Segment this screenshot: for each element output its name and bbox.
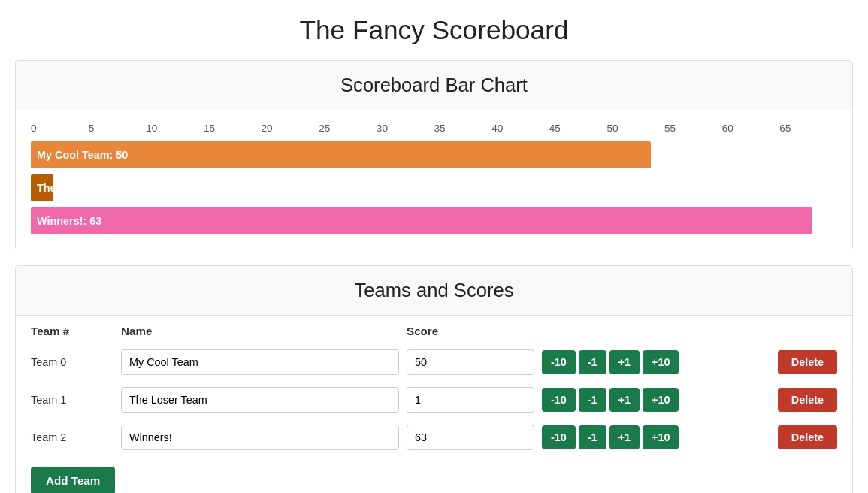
- table-row: Team 1-10-1+1+10Delete: [31, 381, 837, 419]
- axis-label: 10: [146, 122, 204, 134]
- barchart-section: Scoreboard Bar Chart 0510152025303540455…: [15, 60, 853, 250]
- score-adjust-button[interactable]: +1: [609, 425, 640, 449]
- score-buttons: -10-1+1+10: [542, 388, 747, 412]
- score-adjust-button[interactable]: +10: [643, 388, 679, 412]
- bar: My Cool Team: 50: [31, 141, 651, 168]
- axis-label: 65: [779, 122, 837, 134]
- add-btn-row: Add Team: [31, 456, 837, 493]
- axis-label: 60: [722, 122, 780, 134]
- score-adjust-button[interactable]: +10: [643, 425, 679, 449]
- bar: Winners!: 63: [31, 207, 812, 234]
- teams-scores-section: Teams and Scores Team # Name Score Team …: [15, 265, 853, 493]
- bar-row: My Cool Team: 50: [31, 141, 837, 168]
- axis-label: 55: [664, 122, 722, 134]
- team-number-label: Team 1: [31, 394, 121, 406]
- chart-axis: 05101520253035404550556065: [31, 122, 837, 134]
- page-title: The Fancy Scoreboard: [15, 15, 853, 45]
- axis-label: 30: [377, 122, 434, 134]
- table-row: Team 0-10-1+1+10Delete: [31, 343, 837, 381]
- axis-label: 40: [491, 122, 549, 134]
- team-name-input[interactable]: [121, 425, 399, 450]
- axis-label: 15: [204, 122, 262, 134]
- axis-label: 25: [319, 122, 377, 134]
- score-buttons: -10-1+1+10: [542, 350, 747, 374]
- axis-label: 20: [262, 122, 319, 134]
- barchart-title: Scoreboard Bar Chart: [16, 61, 852, 110]
- table-row: Team 2-10-1+1+10Delete: [31, 419, 837, 456]
- axis-label: 5: [89, 122, 147, 134]
- table-header: Team # Name Score: [31, 316, 837, 343]
- bar-row: Winners!: 63: [31, 207, 837, 234]
- team-number-label: Team 2: [31, 431, 121, 443]
- score-adjust-button[interactable]: -1: [579, 425, 606, 449]
- score-adjust-button[interactable]: +10: [643, 350, 679, 374]
- team-score-input[interactable]: [407, 425, 534, 450]
- chart-area: 05101520253035404550556065 My Cool Team:…: [16, 110, 852, 250]
- team-score-input[interactable]: [407, 387, 534, 413]
- teams-scores-title: Teams and Scores: [16, 266, 852, 316]
- add-team-button[interactable]: Add Team: [31, 467, 115, 493]
- header-score: Score: [407, 325, 542, 337]
- team-score-input[interactable]: [407, 349, 534, 375]
- score-adjust-button[interactable]: -10: [542, 388, 576, 412]
- score-adjust-button[interactable]: +1: [609, 388, 640, 412]
- score-adjust-button[interactable]: -1: [579, 350, 606, 374]
- score-adjust-button[interactable]: -10: [542, 350, 576, 374]
- axis-label: 35: [434, 122, 491, 134]
- bar-row: The Loser Team: 1: [31, 174, 837, 201]
- delete-team-button[interactable]: Delete: [778, 350, 837, 374]
- teams-rows: Team 0-10-1+1+10DeleteTeam 1-10-1+1+10De…: [31, 343, 837, 456]
- score-adjust-button[interactable]: -1: [579, 388, 606, 412]
- team-name-input[interactable]: [121, 387, 399, 413]
- team-number-label: Team 0: [31, 356, 121, 368]
- axis-label: 0: [31, 122, 89, 134]
- score-adjust-button[interactable]: +1: [609, 350, 640, 374]
- delete-team-button[interactable]: Delete: [778, 388, 837, 412]
- team-name-input[interactable]: [121, 349, 399, 375]
- header-actions: [542, 325, 747, 337]
- score-buttons: -10-1+1+10: [542, 425, 747, 449]
- axis-label: 50: [606, 122, 664, 134]
- score-adjust-button[interactable]: -10: [542, 425, 576, 449]
- header-delete: [747, 325, 837, 337]
- header-name: Name: [121, 325, 407, 337]
- axis-label: 45: [549, 122, 607, 134]
- delete-team-button[interactable]: Delete: [778, 425, 837, 449]
- bars-container: My Cool Team: 50The Loser Team: 1Winners…: [31, 141, 837, 234]
- table-content: Team # Name Score Team 0-10-1+1+10Delete…: [16, 316, 852, 493]
- header-team-num: Team #: [31, 325, 121, 337]
- bar: The Loser Team: 1: [31, 174, 53, 201]
